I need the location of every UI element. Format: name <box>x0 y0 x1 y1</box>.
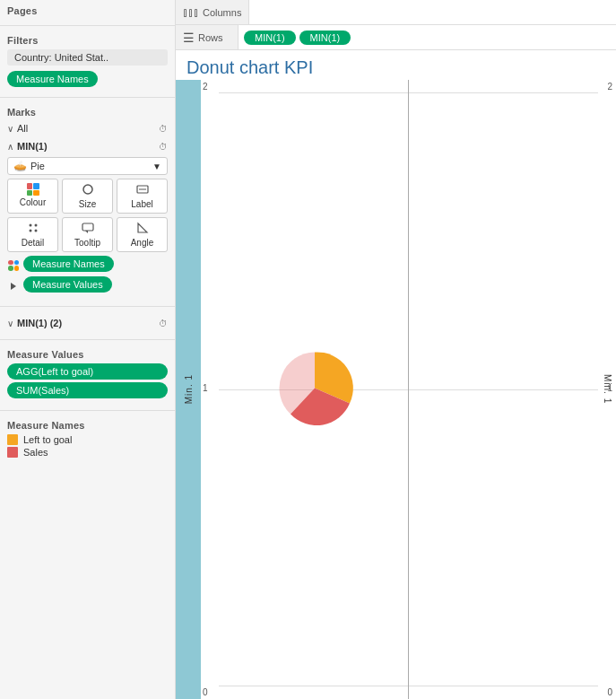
colour-button[interactable]: Colour <box>7 179 58 214</box>
legend-color-left <box>7 434 18 445</box>
columns-shelf: ⫿⫿⫿ Columns <box>176 0 616 25</box>
marks-all-row: ∨ All ⏱ <box>7 121 168 135</box>
angle-icon <box>136 222 149 236</box>
detail-icon <box>27 222 39 236</box>
measure-names-dot-icon <box>7 259 20 272</box>
measure-names-pill-row: Measure Names <box>7 256 168 275</box>
svg-point-5 <box>29 230 31 232</box>
chart-title-area: Donut chart KPI <box>176 50 616 80</box>
mark-buttons-row1: Colour Size Label <box>7 179 168 214</box>
rows-shelf: ☰ Rows MIN(1) MIN(1) <box>176 25 616 50</box>
legend-section: Measure Names Left to goal Sales <box>0 415 175 465</box>
size-label: Size <box>79 199 96 209</box>
tooltip-button[interactable]: Tooltip <box>62 217 113 252</box>
label-button[interactable]: Label <box>117 179 168 214</box>
legend-color-sales <box>7 447 18 458</box>
label-label: Label <box>131 199 152 209</box>
rows-label: ☰ Rows <box>176 25 239 49</box>
sidebar: Pages Filters Country: United Stat.. Mea… <box>0 0 176 699</box>
marks-min1-2-label: MIN(1) (2) <box>17 318 159 328</box>
detail-label: Detail <box>22 238 45 248</box>
legend-item-sales: Sales <box>7 447 168 458</box>
angle-button[interactable]: Angle <box>117 217 168 252</box>
rows-pills: MIN(1) MIN(1) <box>239 25 616 49</box>
right-chart-panel: 2 1 0 Min. 1 <box>409 80 616 699</box>
agg-left-pill[interactable]: AGG(Left to goal) <box>7 363 168 380</box>
left-axis-rotated-label: Min. 1 <box>184 374 194 404</box>
size-button[interactable]: Size <box>62 179 113 214</box>
chart-body: 2 1 0 <box>201 80 616 699</box>
top-axis-line-left <box>219 92 408 93</box>
mark-buttons-row2: Detail Tooltip Angle <box>7 217 168 252</box>
label-icon <box>136 183 149 197</box>
pages-label: Pages <box>7 5 168 16</box>
rows-text: Rows <box>198 32 223 43</box>
legend-title: Measure Names <box>7 420 168 431</box>
columns-label: ⫿⫿⫿ Columns <box>176 0 249 24</box>
detail-button[interactable]: Detail <box>7 217 58 252</box>
rows-min1-pill1[interactable]: MIN(1) <box>244 31 296 45</box>
mark-type-chevron-icon: ▼ <box>152 162 161 171</box>
rows-icon: ☰ <box>183 31 195 45</box>
angle-label: Angle <box>131 238 154 248</box>
measure-values-tri-icon <box>7 280 20 293</box>
pie-chart-svg <box>274 348 355 429</box>
marks-min1-clock-icon: ⏱ <box>159 142 168 152</box>
mark-type-label: Pie <box>30 161 152 171</box>
chart-panels: 2 1 0 <box>201 80 616 699</box>
chart-area: Min. 1 2 1 0 <box>176 80 616 699</box>
marks-label: Marks <box>7 107 168 118</box>
blue-left-strip: Min. 1 <box>176 80 201 699</box>
sum-sales-pill[interactable]: SUM(Sales) <box>7 382 168 398</box>
left-axis-mid: 1 <box>203 383 208 393</box>
measure-values-section-label: Measure Values <box>7 349 168 360</box>
measure-names-card-pill[interactable]: Measure Names <box>23 256 114 272</box>
svg-point-0 <box>83 185 92 194</box>
marks-all-label: All <box>17 123 159 134</box>
svg-point-6 <box>34 230 37 232</box>
top-axis-line-right <box>409 92 598 93</box>
filters-section: Filters Country: United Stat.. Measure N… <box>0 30 175 93</box>
colour-label: Colour <box>20 197 46 207</box>
measure-values-card-pill[interactable]: Measure Values <box>23 276 112 293</box>
right-axis-label: Min. 1 <box>603 374 612 404</box>
mid-axis-line-right <box>409 389 598 390</box>
marks-min1-2-row: ∨ MIN(1) (2) ⏱ <box>7 316 168 330</box>
marks-min1-label: MIN(1) <box>17 141 159 152</box>
main-content: ⫿⫿⫿ Columns ☰ Rows MIN(1) MIN(1) Donut c… <box>176 0 616 699</box>
size-icon <box>82 183 94 197</box>
marks-min1-2-clock-icon: ⏱ <box>159 319 168 328</box>
marks-min1-row: ∧ MIN(1) ⏱ <box>7 139 168 153</box>
bot-axis-line-right <box>409 686 598 686</box>
filter-country-chip[interactable]: Country: United Stat.. <box>7 49 168 66</box>
mark-type-select[interactable]: 🥧 Pie ▼ <box>7 157 168 175</box>
chart-title: Donut chart KPI <box>187 57 605 78</box>
svg-point-4 <box>34 224 37 227</box>
columns-icon: ⫿⫿⫿ <box>183 6 199 19</box>
right-axis-label-container: Min. 1 <box>598 80 616 699</box>
measure-values-pill-row: Measure Values <box>7 276 168 295</box>
filter-measure-names-pill[interactable]: Measure Names <box>7 71 98 87</box>
pages-section: Pages <box>0 0 175 22</box>
legend-label-left: Left to goal <box>23 434 72 445</box>
marks-section: Marks ∨ All ⏱ ∧ MIN(1) ⏱ 🥧 Pie ▼ <box>0 101 175 302</box>
left-chart-panel: 2 1 0 <box>201 80 409 699</box>
columns-pills <box>249 0 616 24</box>
measure-values-section: Measure Values AGG(Left to goal) SUM(Sal… <box>0 344 175 406</box>
legend-item-left: Left to goal <box>7 434 168 445</box>
marks-all-clock-icon: ⏱ <box>159 124 168 134</box>
tooltip-label: Tooltip <box>74 238 100 248</box>
legend-label-sales: Sales <box>23 447 48 458</box>
svg-rect-7 <box>82 223 93 231</box>
tooltip-icon <box>82 222 94 236</box>
filters-label: Filters <box>7 35 168 46</box>
rows-min1-pill2[interactable]: MIN(1) <box>299 31 351 45</box>
pie-chart-container <box>274 348 355 432</box>
svg-point-3 <box>29 224 31 227</box>
marks-min1-2-section: ∨ MIN(1) (2) ⏱ <box>0 310 175 336</box>
left-axis-top: 2 <box>203 82 208 92</box>
columns-text: Columns <box>203 7 241 18</box>
left-axis-bot: 0 <box>203 687 208 697</box>
colour-icon <box>27 183 39 196</box>
bot-axis-line-left <box>219 686 408 686</box>
